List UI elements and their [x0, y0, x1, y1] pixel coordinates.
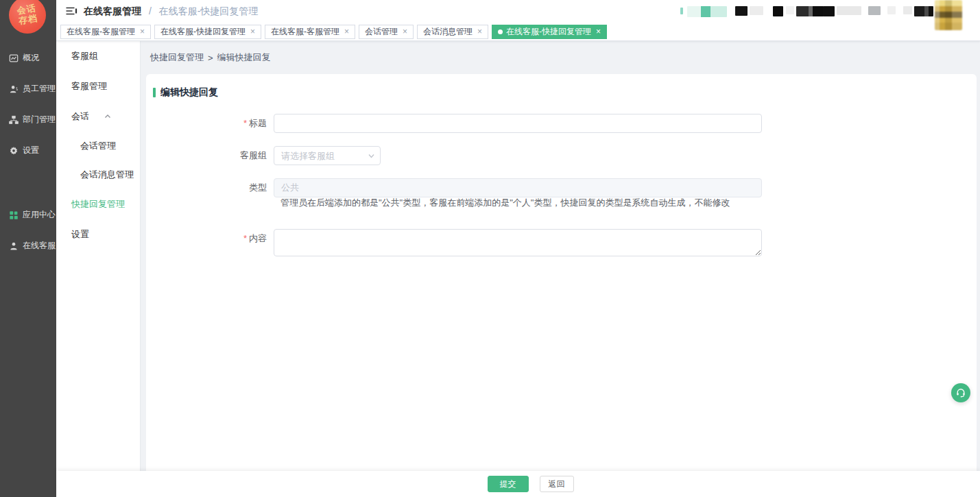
support-headset-button[interactable]: [951, 383, 970, 402]
menu-item-shezhi[interactable]: 设置: [56, 219, 140, 250]
sidebar-item-department[interactable]: 部门管理: [0, 104, 56, 135]
secondary-sidebar: 客服组 客服管理 会话 会话管理 会话消息管理 快捷回复管理 设置: [56, 41, 141, 471]
redacted-block: [786, 6, 794, 14]
section-title-text: 编辑快捷回复: [160, 86, 218, 99]
redacted-block: [735, 6, 748, 16]
form-card: 编辑快捷回复 *标题 客服组: [146, 74, 977, 471]
primary-sidebar: 会话 存档 概况 员工管理 部门管理: [0, 0, 56, 497]
chevron-up-icon: [104, 113, 111, 120]
app-window: 会话 存档 概况 员工管理 部门管理: [0, 0, 980, 497]
redacted-block: [868, 6, 881, 15]
breadcrumb-current: 在线客服-快捷回复管理: [159, 5, 259, 16]
page-breadcrumb-parent[interactable]: 快捷回复管理: [150, 51, 204, 64]
overview-chart-icon: [9, 53, 19, 63]
edit-quick-reply-form: *标题 客服组: [153, 114, 970, 256]
sidebar-item-label: 概况: [23, 52, 39, 64]
sidebar-item-settings[interactable]: 设置: [0, 135, 56, 166]
redacted-block: [903, 6, 912, 14]
redacted-block: [773, 6, 783, 16]
menu-item-label: 设置: [71, 228, 89, 241]
page-breadcrumb: 快捷回复管理 > 编辑快捷回复: [141, 41, 980, 74]
online-service-icon: [9, 241, 19, 251]
menu-item-huihua-xiaoxi-guanli[interactable]: 会话消息管理: [56, 160, 140, 189]
staff-icon: [9, 84, 19, 94]
section-title: 编辑快捷回复: [153, 86, 970, 99]
menu-item-huihua-guanli[interactable]: 会话管理: [56, 132, 140, 160]
menu-item-label: 会话管理: [80, 140, 116, 152]
menu-item-kefu-guanli[interactable]: 客服管理: [56, 71, 140, 101]
group-label: 客服组: [153, 146, 274, 165]
form-row-group: 客服组: [153, 146, 970, 165]
redacted-block: [887, 6, 896, 14]
required-asterisk: *: [243, 233, 247, 243]
required-asterisk: *: [243, 118, 247, 128]
sidebar-item-label: 员工管理: [23, 83, 56, 95]
redacted-block: [687, 6, 727, 17]
app-logo-text: 会话 存档: [16, 3, 38, 27]
sidebar-spacer: [0, 166, 56, 199]
menu-item-kefuzu[interactable]: 客服组: [56, 41, 140, 71]
logo-line2: 存档: [18, 14, 38, 27]
main-content: 快捷回复管理 > 编辑快捷回复 编辑快捷回复 *标题 客服组: [141, 41, 980, 471]
department-icon: [9, 115, 19, 125]
page-breadcrumb-current: 编辑快捷回复: [217, 51, 271, 64]
form-row-content: *内容: [153, 229, 970, 256]
menu-item-label: 客服管理: [71, 80, 107, 93]
submit-button[interactable]: 提交: [488, 476, 529, 492]
type-help-text: 管理员在后端添加的都是"公共"类型，客服在前端添加的是"个人"类型，快捷回复的类…: [280, 197, 970, 209]
title-label: *标题: [153, 114, 274, 133]
redacted-block: [837, 6, 861, 15]
sidebar-item-overview[interactable]: 概况: [0, 43, 56, 73]
menu-item-label: 快捷回复管理: [71, 198, 125, 210]
redacted-block: [680, 8, 683, 14]
breadcrumb-root[interactable]: 在线客服管理: [84, 5, 141, 16]
redacted-block: [750, 6, 763, 15]
content-textarea[interactable]: [274, 229, 762, 256]
app-grid-icon: [9, 210, 19, 220]
group-select[interactable]: [274, 146, 381, 165]
content-label: *内容: [153, 229, 274, 256]
app-logo: 会话 存档: [9, 0, 46, 34]
sidebar-item-staff[interactable]: 员工管理: [0, 73, 56, 104]
form-row-type: 类型: [153, 178, 970, 197]
menu-item-label: 会话: [71, 110, 89, 123]
footer-buttons: 提交 返回: [488, 476, 574, 492]
sidebar-item-label: 部门管理: [23, 114, 56, 125]
title-input[interactable]: [274, 114, 762, 133]
redacted-block: [914, 6, 933, 16]
back-button[interactable]: 返回: [540, 476, 574, 492]
redacted-block: [823, 6, 835, 16]
top-header: 在线客服管理 / 在线客服-快捷回复管理: [56, 0, 980, 23]
type-input: [274, 178, 762, 197]
form-footer: 提交 返回: [56, 471, 980, 497]
section-accent-bar: [153, 88, 156, 97]
sidebar-item-label: 在线客服: [23, 240, 56, 252]
headset-icon: [955, 387, 966, 398]
avatar[interactable]: [935, 0, 962, 30]
menu-item-huihua[interactable]: 会话: [56, 101, 140, 132]
sidebar-item-online-service[interactable]: 在线客服: [0, 230, 56, 261]
menu-item-label: 会话消息管理: [80, 169, 134, 181]
sidebar-item-label: 应用中心: [23, 209, 56, 221]
sidebar-item-app-center[interactable]: 应用中心: [0, 199, 56, 230]
group-select-input[interactable]: [274, 146, 381, 165]
sidebar-collapse-icon[interactable]: [65, 5, 77, 16]
breadcrumb-separator: /: [149, 5, 152, 16]
gear-icon: [9, 146, 19, 156]
menu-item-label: 客服组: [71, 50, 98, 62]
form-row-title: *标题: [153, 114, 970, 133]
redacted-block: [796, 6, 824, 16]
sidebar-item-label: 设置: [23, 145, 39, 156]
menu-item-kuaijie-huifu-guanli[interactable]: 快捷回复管理: [56, 189, 140, 219]
page-breadcrumb-separator: >: [208, 53, 213, 63]
type-label: 类型: [153, 178, 274, 197]
primary-nav: 概况 员工管理 部门管理 设置: [0, 43, 56, 261]
breadcrumb: 在线客服管理 / 在线客服-快捷回复管理: [84, 5, 258, 18]
